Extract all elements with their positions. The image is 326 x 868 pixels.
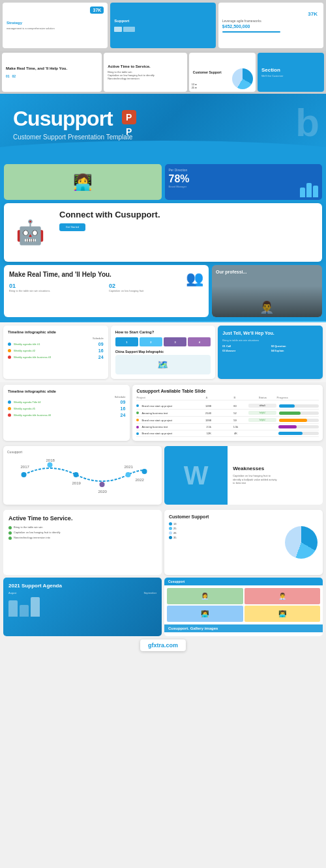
step-4: 4 <box>188 337 211 346</box>
timeline-item-1: Weekly agenda title #1 09 <box>8 342 104 346</box>
table-slide[interactable]: Cusupport Available Table Slide Project … <box>132 385 323 441</box>
svg-text:2017: 2017 <box>21 465 30 469</box>
slide-active-time-top[interactable]: Active Time to Service. Bring to the tab… <box>104 53 187 92</box>
make-real-featured-title: Make Real Time, and 'll Help You. <box>9 270 203 279</box>
weakness-slide[interactable]: W Weaknesses Capitalize on low hanging f… <box>164 446 323 505</box>
roadmap-label: Cusupport <box>7 450 158 454</box>
svg-text:2019: 2019 <box>72 481 82 485</box>
gallery-slide[interactable]: Cusupport 👩‍💼 👨‍💼 👩‍💻 👨‍💻 Cusupport. Gal… <box>164 578 323 636</box>
svg-text:2021: 2021 <box>125 465 134 469</box>
pie-val-3: 26 <box>173 531 176 535</box>
bottom-row: Active Time to Service. Bring to the tab… <box>0 507 326 578</box>
table-row-2: Amazing business text 2140 52 helpful <box>136 410 319 417</box>
timeline-label-1: Weekly agenda title #1 <box>14 343 98 346</box>
bullet-3-icon <box>8 537 12 540</box>
info-row: Timeline infographic slide Schedule Week… <box>0 322 326 382</box>
person-icon: 👩‍💻 <box>73 173 93 191</box>
how-to-start-slide[interactable]: How to Start Caring? 1 2 3 4 China Suppo… <box>111 326 216 379</box>
slide-customer-support-top[interactable]: Customer Support 13 ●25 ● <box>189 53 256 92</box>
timeline-title: Timeline infographic slide <box>8 330 104 334</box>
step-2: 2 <box>140 337 162 346</box>
just-tell-items: 01 Call 02 Question 03 Answer 04 Explain <box>222 344 318 352</box>
just-tell-slide[interactable]: Just Tell, We'll Hep You. Bring to table… <box>218 326 323 379</box>
robot-illustration: 🤖 <box>10 213 50 252</box>
how-to-title: How to Start Caring? <box>115 330 211 334</box>
step-3: 3 <box>164 337 186 346</box>
pie-val-4: 35 <box>173 536 176 539</box>
svg-text:2020: 2020 <box>98 490 108 494</box>
mid-section: 👩‍💻 Per Direction 78% Brand Manager 🤖 <box>0 160 326 321</box>
agenda-badge: 37K <box>304 5 321 20</box>
timeline2-title: Timeline infographic slide <box>8 389 125 393</box>
pie-chart <box>232 68 253 89</box>
timeline-item-3: Weekly agenda title business #3 24 <box>8 355 104 359</box>
our-professional-slide[interactable]: Our professi... 👨‍💼 <box>212 265 322 317</box>
customer-support-bottom[interactable]: Customer Support 13 25 26 <box>164 510 323 575</box>
second-row-grid: Make Real Time, and 'll Help You. 01 02 … <box>0 51 326 94</box>
timeline-num-1: 09 <box>98 342 104 346</box>
bullet-2-icon <box>8 531 12 535</box>
slide-person-photo[interactable]: 👩‍💻 <box>4 164 162 200</box>
bar-chart <box>300 181 318 197</box>
slide-thumb-support[interactable]: Support <box>110 3 215 48</box>
hero-subtitle: Customer Support Presentation Template <box>13 133 313 141</box>
weakness-text-3: to beta test <box>233 481 318 485</box>
just-tell-item-3: 03 Answer <box>222 349 269 352</box>
weakness-blue-panel: W <box>164 446 228 505</box>
slide-percentage[interactable]: Per Direction 78% Brand Manager <box>165 164 323 200</box>
gallery-grid: 👩‍💼 👨‍💼 👩‍💻 👨‍💻 <box>164 585 323 624</box>
timeline-second-slide[interactable]: Timeline infographic slide Schedule Week… <box>3 385 130 441</box>
timeline2-table-row: Timeline infographic slide Schedule Week… <box>0 382 326 443</box>
svg-text:2018: 2018 <box>46 458 55 462</box>
weakness-letter: W <box>184 461 209 490</box>
slide-support-title: Support <box>114 19 211 23</box>
watermark: gfxtra.com <box>140 639 186 651</box>
customer-pie-chart <box>285 526 318 559</box>
connect-slide[interactable]: 🤖 Connect with Cusupport. Get Started <box>4 203 322 262</box>
timeline-item-2: Weekly agenda #2 16 <box>8 348 104 353</box>
timeline-slide[interactable]: Timeline infographic slide Schedule Week… <box>3 326 108 379</box>
section-title: Section <box>261 67 320 74</box>
timeline-label-3: Weekly agenda title business #3 <box>14 356 98 359</box>
pie-val-2: 25 <box>173 527 176 530</box>
slide-section-blue[interactable]: Section We'll the Customer <box>258 53 324 92</box>
china-map: 🗺️ <box>115 355 211 374</box>
active-bullet-3: Nanotechnology immersion into <box>14 536 50 539</box>
make-real-featured[interactable]: Make Real Time, and 'll Help You. 01 Bri… <box>4 265 209 317</box>
table-title: Cusupport Available Table Slide <box>136 389 319 393</box>
top-slides-grid: Strategy management is a comprehensive s… <box>0 0 326 51</box>
hero-decoration: b <box>295 100 319 145</box>
gallery-photo-4: 👨‍💻 <box>244 606 321 622</box>
slide-make-real-top[interactable]: Make Real Time, and 'll Help You. 01 02 <box>2 53 102 92</box>
main-container: Strategy management is a comprehensive s… <box>0 0 326 658</box>
agenda-slide[interactable]: 2021 Support Agenda August September 37K <box>3 578 162 636</box>
connect-button[interactable]: Get Started <box>59 223 85 231</box>
active-time-bottom-title: Active Time to Service. <box>8 515 156 523</box>
just-tell-item-1: 01 Call <box>222 344 269 348</box>
timeline2-num-3: 24 <box>121 413 126 417</box>
timeline-num-2: 16 <box>98 348 104 353</box>
just-tell-item-2: 02 Question <box>271 344 318 348</box>
badge-37k: 37K <box>90 7 104 14</box>
connect-title: Connect with Cusupport. <box>59 210 316 220</box>
agenda-month-2: September <box>143 591 156 595</box>
timeline2-item-1: Weekly agenda Title #4 09 <box>8 400 125 404</box>
svg-point-4 <box>74 472 79 477</box>
timeline-num-3: 24 <box>98 355 104 359</box>
china-map-title: China Support Map Infographic <box>115 350 211 354</box>
customer-support-bottom-title: Customer Support <box>169 514 318 519</box>
roadmap-slide[interactable]: Cusupport 2017 2018 2019 2020 2021 2022 <box>3 446 162 505</box>
agenda-chart <box>8 597 156 617</box>
timeline-dot-2 <box>8 349 11 352</box>
just-tell-item-4: 04 Explain <box>271 349 318 352</box>
timeline2-item-3: Weekly agenda title business #6 24 <box>8 413 125 417</box>
timeline2-label-1: Weekly agenda Title #4 <box>14 400 121 404</box>
gallery-brand-label: Cusupport <box>164 578 323 585</box>
slide-strategy-title: Strategy <box>7 21 104 25</box>
active-time-title: Active Time to Service. <box>108 64 183 69</box>
active-bullet-1: Bring to the table win win <box>14 525 42 529</box>
slide-thumb-strategy[interactable]: Strategy management is a comprehensive s… <box>3 3 108 48</box>
step-boxes: 1 2 3 4 <box>115 337 211 346</box>
active-time-bottom[interactable]: Active Time to Service. Bring to the tab… <box>3 510 162 575</box>
mid-top-row: 👩‍💻 Per Direction 78% Brand Manager <box>4 164 322 200</box>
